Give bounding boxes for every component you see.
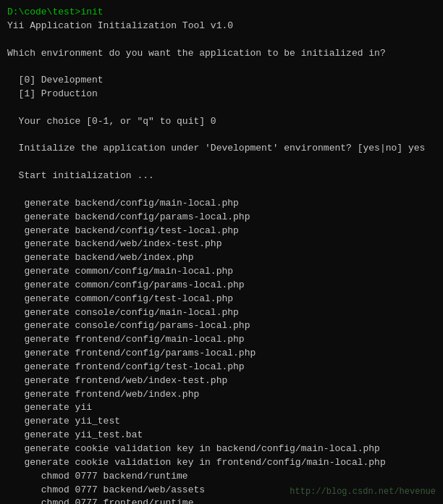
terminal-line: Start initialization ... <box>7 169 436 183</box>
terminal-line: Which environment do you want the applic… <box>7 47 436 61</box>
terminal-line: generate common/config/params-local.php <box>7 279 436 293</box>
terminal-line: generate cookie validation key in fronte… <box>7 456 436 470</box>
terminal-line: generate backend/config/params-local.php <box>7 211 436 224</box>
terminal-line: generate frontend/config/test-local.php <box>7 361 436 374</box>
terminal-line: generate yii <box>7 401 436 415</box>
terminal-line: generate frontend/config/main-local.php <box>7 333 436 347</box>
terminal-line: generate cookie validation key in backen… <box>7 442 436 456</box>
terminal-window: D:\code\test>initYii Application Initial… <box>0 0 443 504</box>
terminal-line: generate backend/web/index-test.php <box>7 238 436 251</box>
terminal-line: generate yii_test <box>7 415 436 429</box>
terminal-line: chmod 0777 frontend/runtime <box>7 497 436 504</box>
terminal-line: generate backend/web/index.php <box>7 251 436 265</box>
terminal-line: generate yii_test.bat <box>7 429 436 442</box>
terminal-line: generate frontend/web/index.php <box>7 388 436 402</box>
terminal-line: generate console/config/main-local.php <box>7 306 436 320</box>
terminal-line: chmod 0777 backend/runtime <box>7 470 436 484</box>
terminal-line: D:\code\test>init <box>7 6 436 20</box>
terminal-line: generate frontend/web/index-test.php <box>7 374 436 388</box>
watermark: http://blog.csdn.net/hevenue <box>290 487 436 497</box>
terminal-line: Your choice [0-1, or "q" to quit] 0 <box>7 115 436 129</box>
terminal-line <box>7 101 436 115</box>
terminal-line: Initialize the application under 'Develo… <box>7 142 436 156</box>
terminal-line: Yii Application Initialization Tool v1.0 <box>7 20 436 33</box>
terminal-line <box>7 129 436 143</box>
terminal-line <box>7 183 436 197</box>
terminal-line: generate common/config/main-local.php <box>7 265 436 279</box>
terminal-line: generate backend/config/main-local.php <box>7 197 436 211</box>
terminal-line: [1] Production <box>7 88 436 101</box>
terminal-line: [0] Development <box>7 74 436 88</box>
terminal-line: generate backend/config/test-local.php <box>7 224 436 238</box>
terminal-line: generate common/config/test-local.php <box>7 293 436 306</box>
terminal-line: generate frontend/config/params-local.ph… <box>7 347 436 361</box>
terminal-line <box>7 156 436 169</box>
terminal-line <box>7 60 436 74</box>
terminal-line <box>7 33 436 47</box>
terminal-line: generate console/config/params-local.php <box>7 319 436 333</box>
